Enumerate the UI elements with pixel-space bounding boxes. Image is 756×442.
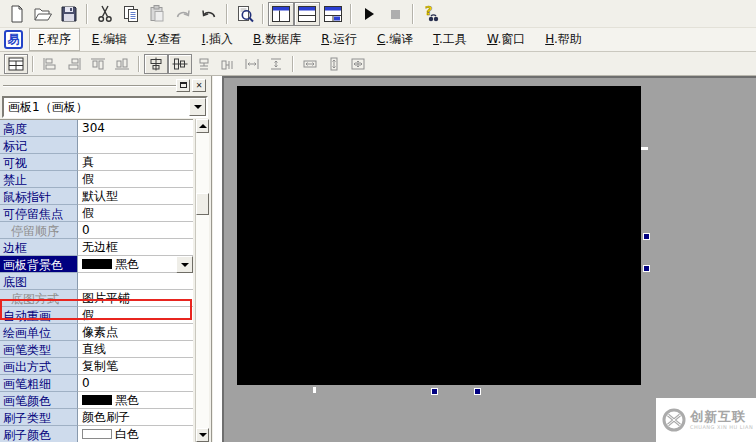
menu-label: .编译 (385, 32, 413, 46)
same-height-button[interactable] (322, 54, 346, 74)
property-value[interactable]: 复制笔 (78, 358, 193, 375)
scrollbar-thumb[interactable] (196, 193, 209, 215)
property-value[interactable]: 图片平铺 (78, 290, 193, 307)
menu-item-insert[interactable]: I.插入 (194, 29, 241, 50)
new-file-button[interactable] (4, 2, 30, 26)
scroll-down-button[interactable] (196, 428, 209, 442)
property-value[interactable] (78, 273, 193, 290)
property-row-tag[interactable]: 标记 (0, 137, 193, 154)
menu-item-program[interactable]: F.程序 (29, 28, 80, 51)
property-value[interactable]: 304 (78, 120, 193, 137)
property-row-draw-unit[interactable]: 绘画单位像素点 (0, 324, 193, 341)
layout-top-panel-button[interactable] (294, 2, 320, 26)
property-row-cursor[interactable]: 鼠标指针默认型 (0, 188, 193, 205)
space-equal-horizontal-button[interactable] (240, 54, 264, 74)
align-bottoms-button[interactable] (110, 54, 134, 74)
property-row-background-image[interactable]: 底图 (0, 273, 193, 290)
menu-item-help[interactable]: H.帮助 (537, 29, 590, 50)
layout-left-panel-button[interactable] (268, 2, 294, 26)
property-value[interactable]: 0 (78, 375, 193, 392)
property-row-image-mode[interactable]: 底图方式图片平铺 (0, 290, 193, 307)
menu-item-tools[interactable]: T.工具 (425, 29, 475, 50)
menu-item-edit[interactable]: E.编辑 (84, 29, 135, 50)
property-value[interactable]: 0 (78, 222, 193, 239)
property-grid-scrollbar[interactable] (195, 119, 209, 442)
property-value[interactable]: 黑色 (78, 392, 193, 409)
open-file-button[interactable] (30, 2, 56, 26)
run-button[interactable] (356, 2, 382, 26)
selection-handle[interactable] (474, 388, 481, 395)
property-value[interactable]: 直线 (78, 341, 193, 358)
color-name: 白色 (115, 426, 139, 442)
property-label: 边框 (0, 239, 78, 256)
property-value[interactable]: 假 (78, 171, 193, 188)
property-value[interactable]: 颜色刷子 (78, 409, 193, 426)
property-row-taborder[interactable]: 停留顺序0 (0, 222, 193, 239)
property-row-border[interactable]: 边框无边框 (0, 239, 193, 256)
scroll-up-button[interactable] (196, 119, 209, 133)
menu-item-run[interactable]: R.运行 (313, 29, 365, 50)
same-width-button[interactable] (298, 54, 322, 74)
color-dropdown-button[interactable] (176, 256, 193, 273)
menu-item-database[interactable]: B.数据库 (245, 29, 309, 50)
center-horizontal-button[interactable] (144, 54, 168, 74)
component-selector[interactable]: 画板1（画板） (2, 96, 208, 118)
panel-splitter[interactable] (213, 76, 222, 442)
layout-bottom-panel-button[interactable] (320, 2, 346, 26)
center-in-window-v-button[interactable] (216, 54, 240, 74)
menu-item-window[interactable]: W.窗口 (479, 29, 533, 50)
save-icon (59, 4, 79, 24)
find-button[interactable] (232, 2, 258, 26)
center-in-window-h-button[interactable] (192, 54, 216, 74)
space-equal-vertical-icon (268, 57, 284, 71)
property-value[interactable]: 白色 (78, 426, 193, 442)
selection-handle[interactable] (431, 388, 438, 395)
panel-restore-button[interactable] (176, 79, 190, 92)
align-left-edges-button[interactable] (38, 54, 62, 74)
property-row-canvas-bg-color[interactable]: 画板背景色 黑色 (0, 256, 193, 273)
help-search-button[interactable]: ? (418, 2, 444, 26)
menu-item-view[interactable]: V.查看 (139, 29, 190, 50)
property-row-height[interactable]: 高度304 (0, 120, 193, 137)
canvas-control[interactable] (237, 86, 641, 385)
toolbar-separator (32, 56, 34, 72)
property-value[interactable]: 无边框 (78, 239, 193, 256)
selection-handle[interactable] (643, 265, 650, 272)
save-button[interactable] (56, 2, 82, 26)
property-row-focusable[interactable]: 可停留焦点假 (0, 205, 193, 222)
space-equal-vertical-button[interactable] (264, 54, 288, 74)
property-row-pen-color[interactable]: 画笔颜色 黑色 (0, 392, 193, 409)
component-selector-dropdown-button[interactable] (189, 98, 206, 116)
property-row-disabled[interactable]: 禁止假 (0, 171, 193, 188)
property-row-visible[interactable]: 可视真 (0, 154, 193, 171)
stop-button[interactable] (382, 2, 408, 26)
selection-handle[interactable] (643, 233, 650, 240)
property-value[interactable]: 默认型 (78, 188, 193, 205)
property-row-pen-width[interactable]: 画笔粗细0 (0, 375, 193, 392)
cut-button[interactable] (92, 2, 118, 26)
redo-button[interactable] (170, 2, 196, 26)
undo-button[interactable] (196, 2, 222, 26)
window-grid-button[interactable] (4, 54, 28, 74)
property-value[interactable]: 假 (78, 307, 193, 324)
property-row-brush-type[interactable]: 刷子类型颜色刷子 (0, 409, 193, 426)
property-row-auto-redraw[interactable]: 自动重画假 (0, 307, 193, 324)
property-value[interactable]: 假 (78, 205, 193, 222)
property-value[interactable]: 像素点 (78, 324, 193, 341)
property-row-draw-mode[interactable]: 画出方式复制笔 (0, 358, 193, 375)
paste-button[interactable] (144, 2, 170, 26)
same-size-button[interactable] (346, 54, 370, 74)
align-tops-button[interactable] (86, 54, 110, 74)
property-row-brush-color[interactable]: 刷子颜色 白色 (0, 426, 193, 442)
property-row-pen-type[interactable]: 画笔类型直线 (0, 341, 193, 358)
center-vertical-button[interactable] (168, 54, 192, 74)
property-value[interactable]: 黑色 (78, 256, 193, 273)
align-right-edges-button[interactable] (62, 54, 86, 74)
panel-grip[interactable] (3, 85, 179, 87)
panel-close-button[interactable]: ✕ (192, 79, 206, 92)
copy-button[interactable] (118, 2, 144, 26)
align-bottoms-icon (114, 57, 130, 71)
menu-item-compile[interactable]: C.编译 (369, 29, 421, 50)
property-value[interactable] (78, 137, 193, 154)
property-value[interactable]: 真 (78, 154, 193, 171)
